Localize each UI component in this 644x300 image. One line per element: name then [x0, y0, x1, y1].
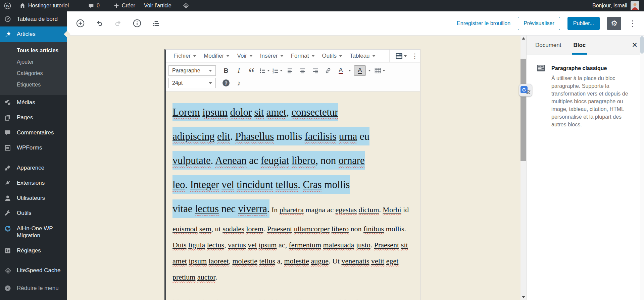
sidebar-item-dashboard[interactable]: Tableau de bord — [0, 11, 67, 26]
more-options-kebab-button[interactable]: ⋮ — [629, 19, 637, 27]
font-size-dropdown[interactable]: 24pt — [168, 78, 216, 88]
blockquote-button[interactable]: “ — [246, 65, 257, 76]
publish-button[interactable]: Publier... — [567, 17, 600, 30]
menu-insert[interactable]: Insérer — [256, 53, 287, 59]
sidebar-item-settings[interactable]: Réglages — [0, 243, 67, 258]
content-scrollbar[interactable] — [521, 36, 526, 300]
settings-sidebar: Document Bloc × Paragraphe classique À u… — [526, 36, 644, 300]
block-description: À utiliser à la place du bloc paragraphe… — [551, 74, 636, 128]
home-icon — [19, 3, 26, 9]
sidebar-item-aio-migration[interactable]: All-in-One WP Migration — [0, 221, 67, 243]
new-content-button[interactable]: Créer — [109, 0, 140, 11]
sidebar-item-appearance[interactable]: Apparence — [0, 160, 67, 175]
add-media-button[interactable]: ♪ — [233, 78, 245, 88]
paragraph-2[interactable]: Mauris quis vulputate quam. Morbi porta … — [172, 294, 413, 300]
tinymce-toolbars: Paragraphe B I “ 123 — [166, 63, 420, 92]
list-view-button[interactable] — [152, 19, 160, 28]
editor-header: Enregistrer le brouillon Prévisualiser P… — [67, 11, 644, 36]
sidebar-item-comments[interactable]: Commentaires — [0, 125, 67, 140]
editor-content[interactable]: Lorem ipsum dolor sit amet, consectetura… — [166, 92, 420, 300]
chevron-down-icon[interactable] — [368, 70, 371, 71]
align-right-button[interactable] — [309, 65, 321, 76]
comments-link[interactable]: 0 — [84, 0, 104, 11]
help-button[interactable]: ? — [220, 78, 232, 88]
sidebar-item-tools[interactable]: Outils — [0, 205, 67, 221]
scroll-up-button[interactable] — [521, 36, 526, 41]
preview-button[interactable]: Prévisualiser — [518, 17, 560, 30]
text-color-button[interactable]: A — [335, 65, 347, 76]
redo-button[interactable] — [114, 19, 122, 28]
paragraph-style-dropdown[interactable]: Paragraphe — [168, 65, 216, 76]
link-button[interactable] — [322, 65, 334, 76]
sidebar-scrollbar[interactable] — [640, 36, 644, 300]
litespeed-icon — [4, 267, 12, 275]
chevron-down-icon — [404, 55, 407, 57]
chevron-down-icon — [311, 55, 315, 57]
litespeed-adminbar-icon[interactable] — [178, 0, 194, 11]
bullet-list-button[interactable] — [258, 65, 270, 76]
block-kebab-button[interactable]: ⋮ — [411, 53, 418, 59]
sidebar-item-users[interactable]: Utilisateurs — [0, 190, 67, 205]
classic-paragraph-icon — [537, 64, 550, 72]
view-post-link[interactable]: Voir l’article — [140, 0, 176, 11]
menu-table[interactable]: Tableau — [346, 53, 379, 59]
paragraph-1[interactable]: Lorem ipsum dolor sit amet, consectetura… — [172, 100, 413, 285]
selected-text[interactable]: Lorem ipsum dolor sit amet, consectetura… — [172, 103, 369, 218]
italic-button[interactable]: I — [233, 65, 245, 76]
pushpin-icon — [4, 31, 12, 38]
tab-block[interactable]: Bloc — [567, 36, 592, 55]
scrollbar-thumb[interactable] — [521, 59, 526, 161]
submenu-all-posts[interactable]: Tous les articles — [0, 45, 67, 56]
block-inserter-button[interactable] — [76, 19, 85, 28]
media-note-icon: ♪ — [237, 79, 241, 87]
align-center-button[interactable] — [297, 65, 308, 76]
chevron-down-icon — [372, 55, 376, 57]
highlight-color-button[interactable]: A — [354, 65, 366, 76]
site-home-link[interactable]: Hostinger tutoriel — [15, 0, 73, 11]
plus-icon — [114, 3, 119, 8]
migration-icon — [4, 225, 12, 232]
chevron-down-icon[interactable] — [348, 70, 351, 71]
menu-format[interactable]: Format — [287, 53, 318, 59]
triangle-up-icon — [522, 37, 525, 40]
google-translate-icon[interactable]: G — [519, 84, 532, 97]
svg-text:3: 3 — [273, 71, 274, 74]
scroll-down-button[interactable] — [521, 294, 526, 300]
submenu-add-new[interactable]: Ajouter — [0, 56, 67, 68]
undo-button[interactable] — [95, 19, 104, 28]
user-greeting-link[interactable]: Bonjour, ismail — [592, 0, 627, 11]
settings-gear-button[interactable]: ⚙ — [607, 17, 621, 30]
submenu-categories[interactable]: Catégories — [0, 68, 67, 79]
info-button[interactable] — [133, 19, 142, 28]
sidebar-item-plugins[interactable]: Extensions — [0, 175, 67, 190]
block-toolbar-grid-button[interactable] — [395, 51, 407, 61]
bold-button[interactable]: B — [220, 65, 232, 76]
sidebar-scrollbar-thumb[interactable] — [640, 36, 644, 54]
menu-separator — [0, 258, 67, 263]
save-draft-link[interactable]: Enregistrer le brouillon — [457, 20, 510, 26]
menu-edit[interactable]: Modifier — [200, 53, 233, 59]
sidebar-item-media[interactable]: Médias — [0, 95, 67, 110]
menu-view[interactable]: Voir — [233, 53, 256, 59]
menu-tools[interactable]: Outils — [318, 53, 346, 59]
sidebar-item-wpforms[interactable]: WPForms — [0, 140, 67, 155]
tab-document[interactable]: Document — [529, 36, 567, 55]
toolbar-row-2: 24pt ? ♪ — [168, 77, 417, 89]
align-left-button[interactable] — [284, 65, 296, 76]
table-button[interactable] — [374, 65, 386, 76]
triangle-down-icon — [522, 296, 525, 298]
avatar[interactable] — [631, 1, 639, 10]
sidebar-item-litespeed[interactable]: LiteSpeed Cache — [0, 263, 67, 279]
classic-block-editor: Fichier Modifier Voir Insérer Format Out… — [164, 49, 420, 300]
collapse-menu-button[interactable]: Réduire le menu — [0, 281, 67, 296]
wordpress-logo[interactable]: W — [0, 0, 15, 11]
admin-sidebar: Tableau de bord Articles Tous les articl… — [0, 11, 67, 300]
sidebar-item-pages[interactable]: Pages — [0, 110, 67, 125]
menu-separator — [0, 156, 67, 160]
numbered-list-button[interactable]: 123 — [271, 65, 283, 76]
comments-bubble-icon — [88, 3, 94, 9]
sidebar-item-articles[interactable]: Articles — [0, 26, 67, 42]
submenu-tags[interactable]: Étiquettes — [0, 79, 67, 91]
menu-file[interactable]: Fichier — [170, 53, 200, 59]
translate-character-icon — [526, 89, 531, 95]
